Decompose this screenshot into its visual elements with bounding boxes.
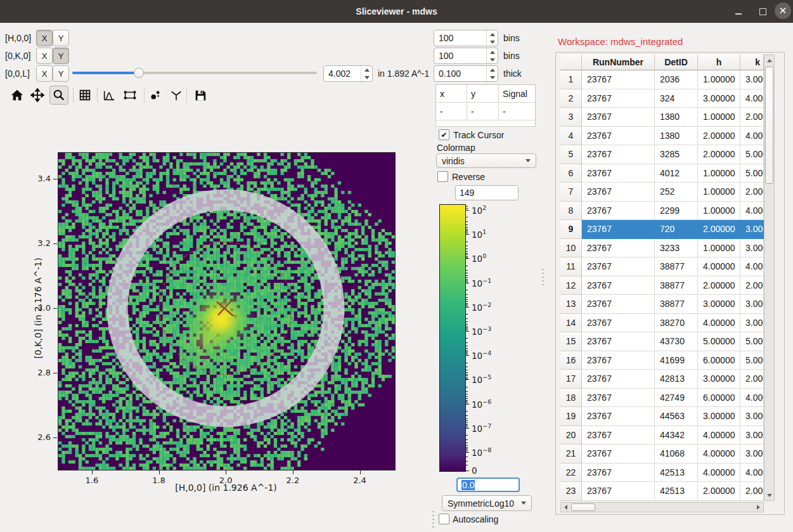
row-number-cell[interactable]: 9 <box>560 220 582 239</box>
table-cell[interactable]: 4.00000 <box>698 257 740 276</box>
table-row[interactable]: 2237673243.000004.000 <box>560 89 764 108</box>
table-cell[interactable]: 3.000 <box>740 426 764 445</box>
row-number-cell[interactable]: 3 <box>560 108 582 127</box>
table-cell[interactable]: 38877 <box>655 295 698 314</box>
peaks-overlay-button[interactable] <box>146 86 165 105</box>
table-cell[interactable]: 23767 <box>582 257 655 276</box>
row-number-cell[interactable]: 21 <box>560 444 582 464</box>
table-cell[interactable]: 23767 <box>582 220 655 239</box>
table-cell[interactable]: 3.000 <box>740 70 764 89</box>
table-row[interactable]: 1223767388772.000002.000 <box>560 276 764 295</box>
colormap-dropdown[interactable]: viridis <box>436 153 536 168</box>
spin-arrows[interactable] <box>486 48 498 63</box>
table-cell[interactable]: 23767 <box>582 295 655 314</box>
table-cell[interactable]: 43730 <box>655 332 698 351</box>
column-header-h[interactable]: h <box>698 55 740 70</box>
table-cell[interactable]: 38270 <box>655 314 698 333</box>
bins-x-spinbox[interactable]: 100 <box>434 30 498 46</box>
table-row[interactable]: 1523767437305.000005.000 <box>560 332 764 351</box>
table-cell[interactable]: 1.00000 <box>698 164 740 183</box>
table-cell[interactable]: 3.000 <box>740 444 764 464</box>
table-cell[interactable]: 23767 <box>582 164 655 183</box>
row-number-cell[interactable]: 10 <box>560 239 582 258</box>
table-cell[interactable]: 2.00000 <box>698 127 740 146</box>
table-cell[interactable]: 23767 <box>582 444 655 464</box>
table-row[interactable]: 1923767445633.000003.000 <box>560 407 764 426</box>
table-cell[interactable]: 23767 <box>582 70 655 89</box>
table-cell[interactable]: 1.00000 <box>698 239 740 258</box>
table-cell[interactable]: 4.00000 <box>698 426 740 445</box>
table-cell[interactable]: 23767 <box>582 426 655 445</box>
table-cell[interactable]: 23767 <box>582 202 655 221</box>
vertical-scrollbar[interactable] <box>764 55 775 501</box>
table-cell[interactable]: 324 <box>655 89 698 108</box>
row-number-cell[interactable]: 18 <box>560 389 582 408</box>
table-cell[interactable]: 5.000 <box>740 164 764 183</box>
table-cell[interactable]: 2.000 <box>740 276 764 295</box>
table-row[interactable]: 1623767416996.000005.000 <box>560 351 764 370</box>
dim-0k0-x-button[interactable]: X <box>36 48 53 64</box>
table-cell[interactable]: 4.000 <box>740 464 764 483</box>
table-cell[interactable]: 1380 <box>655 108 698 127</box>
row-number-cell[interactable]: 13 <box>560 295 582 314</box>
table-cell[interactable]: 6.00000 <box>698 351 740 370</box>
table-row[interactable]: 2023767443424.000003.000 <box>560 426 764 445</box>
table-cell[interactable]: 5.000 <box>740 351 764 370</box>
table-cell[interactable]: 3.00000 <box>698 295 740 314</box>
table-row[interactable]: 32376713801.000002.000 <box>560 108 764 127</box>
minimize-button[interactable] <box>732 5 745 18</box>
row-number-cell[interactable]: 6 <box>560 164 582 183</box>
table-cell[interactable]: 4.00000 <box>698 444 740 464</box>
row-number-cell[interactable]: 14 <box>560 314 582 333</box>
table-cell[interactable]: 5.000 <box>740 145 764 164</box>
row-number-cell[interactable]: 23 <box>560 482 582 501</box>
overlay-lines-button[interactable] <box>100 86 119 105</box>
table-cell[interactable]: 4.00000 <box>698 464 740 483</box>
table-row[interactable]: 102376732331.000003.000 <box>560 239 764 258</box>
table-row[interactable]: 62376740121.000005.000 <box>560 164 764 183</box>
table-cell[interactable]: 252 <box>655 183 698 202</box>
row-number-cell[interactable]: 4 <box>560 127 582 146</box>
reverse-checkbox[interactable] <box>437 171 448 182</box>
table-cell[interactable]: 23767 <box>582 370 655 389</box>
table-cell[interactable]: 2299 <box>655 202 698 221</box>
slice-plot-canvas[interactable] <box>58 152 396 470</box>
table-cell[interactable]: 42513 <box>655 464 698 483</box>
maximize-button[interactable] <box>756 5 769 18</box>
column-header-runnumber[interactable]: RunNumber <box>582 55 655 70</box>
spin-arrows[interactable] <box>486 66 498 81</box>
scale-dropdown[interactable]: SymmetricLog10 <box>442 495 532 511</box>
slice-point-spinbox[interactable]: 4.002 <box>323 65 373 82</box>
thickness-spinbox[interactable]: 0.100 <box>434 65 498 82</box>
table-cell[interactable]: 1380 <box>655 127 698 146</box>
table-cell[interactable]: 23767 <box>582 108 655 127</box>
column-header-detid[interactable]: DetID <box>655 55 698 70</box>
bins-y-spinbox[interactable]: 100 <box>434 48 498 64</box>
table-cell[interactable]: 42749 <box>655 389 698 408</box>
table-cell[interactable]: 1.00000 <box>698 70 740 89</box>
table-row[interactable]: 2223767425134.000004.000 <box>560 464 764 483</box>
table-cell[interactable]: 3233 <box>655 239 698 258</box>
table-row[interactable]: 1323767388773.000003.000 <box>560 295 764 314</box>
table-cell[interactable]: 4.000 <box>740 127 764 146</box>
table-cell[interactable]: 2036 <box>655 70 698 89</box>
table-cell[interactable]: 3285 <box>655 145 698 164</box>
table-cell[interactable]: 44563 <box>655 407 698 426</box>
close-button[interactable]: ✕ <box>775 3 791 19</box>
title-bar[interactable]: Sliceviewer - mdws ✕ <box>0 0 793 23</box>
table-cell[interactable]: 23767 <box>582 89 655 108</box>
row-number-cell[interactable]: 8 <box>560 202 582 221</box>
vertical-scroll-thumb[interactable] <box>765 67 773 184</box>
colorbar[interactable] <box>439 204 466 472</box>
table-row[interactable]: 52376732852.000005.000 <box>560 145 764 164</box>
row-number-cell[interactable]: 22 <box>560 464 582 483</box>
splitter-grip[interactable] <box>431 511 435 528</box>
table-cell[interactable]: 4.000 <box>740 89 764 108</box>
table-cell[interactable]: 2.000 <box>740 370 764 389</box>
table-cell[interactable]: 41699 <box>655 351 698 370</box>
table-row[interactable]: 1123767388774.000004.000 <box>560 257 764 276</box>
table-cell[interactable]: 23767 <box>582 183 655 202</box>
table-cell[interactable]: 2.00000 <box>698 220 740 239</box>
colorbar-max-input[interactable]: 149 <box>455 185 519 200</box>
dim-0k0-y-button[interactable]: Y <box>53 48 69 64</box>
